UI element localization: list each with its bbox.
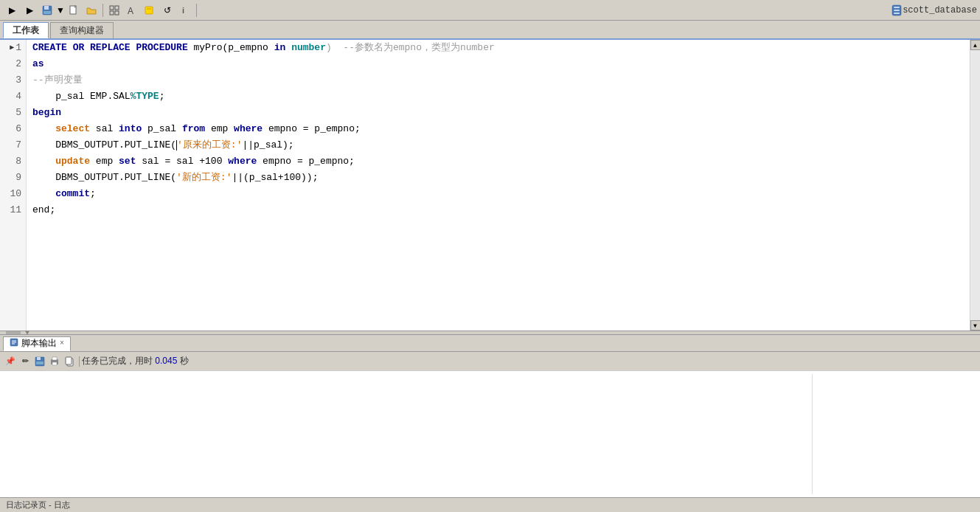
find-button[interactable]: A	[124, 2, 140, 18]
svg-rect-29	[66, 357, 72, 364]
save-dropdown-button[interactable]: ▼	[57, 2, 64, 18]
clipboard-button[interactable]	[63, 355, 76, 368]
scroll-track[interactable]	[971, 50, 980, 320]
token-8-3: set	[119, 153, 136, 170]
token-1-4: REPLACE	[90, 40, 131, 56]
token-2-0: as	[32, 56, 44, 72]
status-bar: 日志记录页 - 日志	[0, 497, 980, 512]
token-4-1: %TYPE	[131, 89, 159, 105]
svg-rect-23	[37, 357, 41, 360]
token-6-1: select	[55, 121, 90, 137]
new-file-button[interactable]	[66, 2, 82, 18]
token-3-0: --声明变量	[32, 72, 83, 89]
pin-button[interactable]: 📌	[4, 355, 17, 368]
code-line-3: --声明变量	[27, 72, 970, 89]
token-1-6: PROCEDURE	[136, 40, 187, 56]
token-4-2: ;	[159, 89, 165, 105]
tab-query-builder[interactable]: 查询构建器	[50, 22, 114, 38]
code-line-7: DBMS_OUTPUT.PUT_LINE('原来的工资:'||p_sal);	[27, 137, 970, 153]
info-button[interactable]: i	[177, 2, 193, 18]
output-side	[812, 374, 974, 494]
toolbar-sep-2	[196, 4, 197, 17]
scroll-up-arrow[interactable]: ▲	[970, 40, 981, 50]
save-button[interactable]	[39, 2, 55, 18]
save-output-button[interactable]	[33, 355, 46, 368]
token-1-1	[67, 40, 73, 56]
code-line-1: CREATE OR REPLACE PROCEDURE myPro(p_empn…	[27, 40, 970, 56]
token-11-0: end;	[32, 202, 55, 218]
token-8-6: empno = p_empno;	[257, 153, 355, 170]
svg-rect-5	[115, 6, 119, 10]
token-8-5: where	[228, 153, 257, 170]
output-content	[0, 371, 980, 497]
edit-button[interactable]: ✏	[18, 355, 32, 368]
code-line-6: select sal into p_sal from emp where emp…	[27, 121, 970, 137]
code-line-10: commit;	[27, 186, 970, 202]
token-6-8: empno = p_empno;	[263, 121, 361, 137]
code-line-4: p_sal EMP.SAL%TYPE;	[27, 89, 970, 105]
output-tab-script[interactable]: 脚本输出 ×	[3, 336, 71, 351]
token-1-10: number	[291, 40, 326, 56]
tab-worksheet[interactable]: 工作表	[3, 22, 49, 38]
token-1-0: CREATE	[32, 40, 67, 56]
refresh-button[interactable]: ↺	[159, 2, 176, 18]
line-num-1: ▶1	[0, 40, 26, 56]
output-tab-bar: 脚本输出 ×	[0, 336, 980, 352]
status-bar-label: 日志记录页 - 日志	[6, 499, 70, 511]
token-8-0	[32, 153, 55, 170]
token-7-1: '原来的工资:'	[177, 137, 242, 153]
editor-container: ▶1234567891011 CREATE OR REPLACE PROCEDU…	[0, 40, 980, 331]
svg-rect-13	[894, 7, 900, 8]
svg-rect-9	[145, 7, 153, 14]
output-tab-close[interactable]: ×	[60, 339, 64, 347]
line-num-5: 5	[0, 105, 26, 121]
line-num-8: 8	[0, 153, 26, 170]
main-toolbar: ▶ ▶ ▼ A	[0, 0, 980, 21]
svg-rect-15	[894, 13, 900, 14]
scrollbar-area[interactable]: ▲ ▼	[970, 40, 980, 331]
tab-query-builder-label: 查询构建器	[60, 24, 104, 37]
code-line-2: as	[27, 56, 970, 72]
code-line-9: DBMS_OUTPUT.PUT_LINE('新的工资:'||(p_sal+100…	[27, 170, 970, 186]
token-6-2: sal	[90, 121, 119, 137]
token-10-1: commit	[55, 186, 90, 202]
code-line-11: end;	[27, 202, 970, 218]
code-area[interactable]: CREATE OR REPLACE PROCEDURE myPro(p_empn…	[27, 40, 970, 331]
token-1-7: myPro(p_empno	[188, 40, 274, 56]
token-6-0	[32, 121, 55, 137]
token-8-2: emp	[90, 153, 119, 170]
svg-rect-24	[36, 361, 44, 364]
svg-text:A: A	[128, 6, 133, 15]
token-1-3	[84, 40, 90, 56]
line-num-11: 11	[0, 202, 26, 218]
status-time: 0.045	[155, 356, 177, 366]
tab-worksheet-label: 工作表	[13, 24, 39, 37]
grid-button[interactable]	[106, 2, 122, 18]
token-10-0	[32, 186, 55, 202]
print-button[interactable]	[48, 355, 61, 368]
token-9-2: ||(p_sal+100));	[232, 170, 318, 186]
token-1-5	[131, 40, 136, 56]
svg-rect-4	[110, 6, 114, 10]
db-icon	[891, 4, 903, 16]
run2-button[interactable]: ▶	[21, 2, 38, 18]
output-tab-icon	[10, 338, 18, 349]
svg-rect-6	[110, 11, 114, 15]
token-6-4: p_sal	[142, 121, 182, 137]
output-tab-label: 脚本输出	[21, 337, 57, 350]
svg-rect-1	[44, 6, 49, 10]
run-button[interactable]: ▶	[4, 2, 20, 18]
token-7-0: DBMS_OUTPUT.PUT_LINE(	[32, 137, 176, 153]
svg-rect-14	[894, 10, 900, 11]
line-num-4: 4	[0, 89, 26, 105]
token-6-5: from	[182, 121, 205, 137]
token-6-6: emp	[205, 121, 234, 137]
token-8-1: update	[55, 153, 90, 170]
svg-rect-26	[52, 357, 57, 360]
highlight-button[interactable]	[142, 2, 158, 18]
open-file-button[interactable]	[83, 2, 100, 18]
token-9-1: '新的工资:'	[176, 170, 232, 186]
token-9-0: DBMS_OUTPUT.PUT_LINE(	[32, 170, 176, 186]
token-1-2: OR	[73, 40, 85, 56]
line-num-9: 9	[0, 170, 26, 186]
